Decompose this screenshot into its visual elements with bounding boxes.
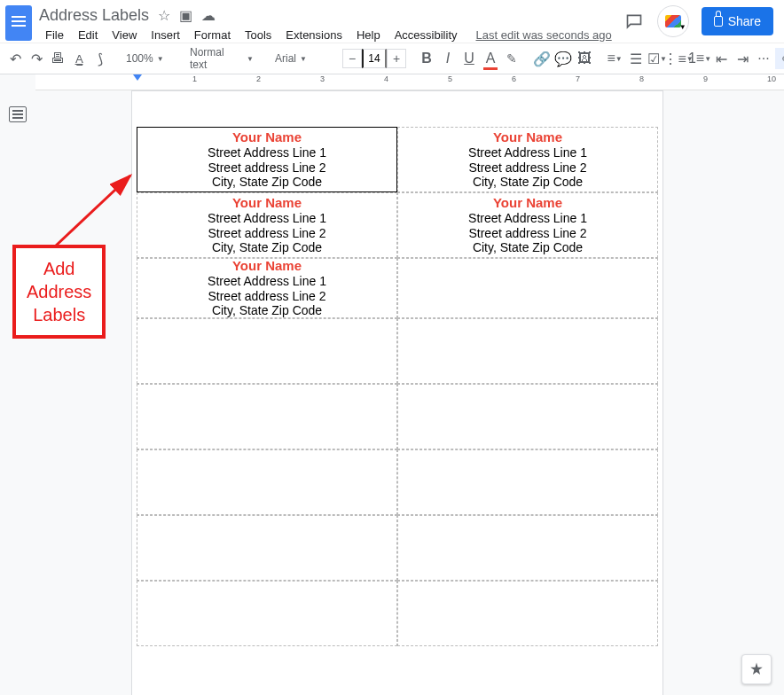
label-line: City, State Zip Code xyxy=(212,175,322,190)
comment-history-icon[interactable] xyxy=(623,11,645,32)
move-icon[interactable]: ▣ xyxy=(179,7,192,24)
address-label-cell[interactable]: Your NameStreet Address Line 1Street add… xyxy=(397,192,658,258)
docs-app-icon[interactable] xyxy=(5,5,32,41)
annotation-callout: Add Address Labels xyxy=(12,245,106,339)
document-page[interactable]: Your NameStreet Address Line 1Street add… xyxy=(131,90,663,695)
explore-button[interactable] xyxy=(741,654,772,684)
menu-format[interactable]: Format xyxy=(188,27,237,43)
address-label-cell[interactable] xyxy=(137,384,397,449)
label-line: Street Address Line 1 xyxy=(208,145,326,160)
font-size-decrease[interactable]: − xyxy=(342,49,362,68)
label-line: Street address Line 2 xyxy=(208,226,325,241)
share-button[interactable]: Share xyxy=(702,7,773,35)
label-line: City, State Zip Code xyxy=(212,240,322,255)
label-line: Street address Line 2 xyxy=(208,289,325,304)
menu-accessibility[interactable]: Accessibility xyxy=(388,27,464,43)
undo-icon[interactable]: ↶ xyxy=(5,48,25,69)
italic-button[interactable]: I xyxy=(438,48,458,69)
menu-edit[interactable]: Edit xyxy=(72,27,104,43)
label-name: Your Name xyxy=(232,195,302,211)
menu-tools[interactable]: Tools xyxy=(239,27,278,43)
label-line: Street Address Line 1 xyxy=(468,145,587,160)
label-line: City, State Zip Code xyxy=(473,240,583,255)
insert-link-icon[interactable]: 🔗 xyxy=(532,48,552,69)
redo-icon[interactable]: ↷ xyxy=(27,48,46,69)
label-line: Street Address Line 1 xyxy=(468,211,587,226)
font-select[interactable]: Arial▼ xyxy=(270,50,332,67)
address-label-cell[interactable]: Your NameStreet Address Line 1Street add… xyxy=(137,192,397,258)
bullet-list-icon[interactable]: ⋮≡▼ xyxy=(669,48,688,69)
horizontal-ruler[interactable]: 123456789101112131415161718192021 xyxy=(35,74,784,90)
label-name: Your Name xyxy=(232,258,302,274)
address-label-cell[interactable]: Your NameStreet Address Line 1Street add… xyxy=(397,127,658,192)
label-name: Your Name xyxy=(493,129,562,145)
print-icon[interactable]: 🖶 xyxy=(48,48,67,69)
text-color-button[interactable]: A xyxy=(481,48,500,69)
indent-marker-icon[interactable] xyxy=(133,74,142,82)
address-label-cell[interactable] xyxy=(397,384,658,449)
insert-comment-icon[interactable]: 💬 xyxy=(553,48,573,69)
label-line: Street Address Line 1 xyxy=(208,274,326,289)
last-edit-link[interactable]: Last edit was seconds ago xyxy=(476,28,612,42)
font-size-input[interactable] xyxy=(362,49,387,68)
cloud-status-icon[interactable]: ☁ xyxy=(201,7,216,24)
paint-format-icon[interactable]: ⟆ xyxy=(90,48,110,69)
address-label-cell[interactable]: Your NameStreet Address Line 1Street add… xyxy=(137,127,397,192)
label-line: Street address Line 2 xyxy=(208,160,325,176)
address-label-cell[interactable] xyxy=(137,449,397,515)
menu-view[interactable]: View xyxy=(106,27,143,43)
label-line: Street address Line 2 xyxy=(468,226,586,241)
address-label-cell[interactable] xyxy=(137,515,397,581)
highlight-button[interactable]: ✎ xyxy=(502,48,521,69)
address-label-cell[interactable] xyxy=(137,318,397,384)
label-line: City, State Zip Code xyxy=(473,175,583,190)
underline-button[interactable]: U xyxy=(459,48,479,69)
label-line: Street Address Line 1 xyxy=(208,211,326,226)
svg-marker-0 xyxy=(133,74,142,81)
label-name: Your Name xyxy=(232,129,302,145)
address-label-cell[interactable] xyxy=(397,449,658,515)
star-icon[interactable]: ☆ xyxy=(158,7,170,24)
address-label-cell[interactable] xyxy=(397,515,658,581)
align-button[interactable]: ≡▼ xyxy=(605,48,624,69)
meet-icon[interactable]: ▼ xyxy=(657,5,689,37)
document-outline-icon[interactable] xyxy=(9,106,27,122)
numbered-list-icon[interactable]: 1≡▼ xyxy=(690,48,710,69)
address-label-cell[interactable]: Your NameStreet Address Line 1Street add… xyxy=(137,258,397,318)
bold-button[interactable]: B xyxy=(417,48,436,69)
increase-indent-icon[interactable]: ⇥ xyxy=(733,48,752,69)
menu-file[interactable]: File xyxy=(39,27,70,43)
address-label-cell[interactable] xyxy=(137,581,397,646)
paragraph-style-select[interactable]: Normal text▼ xyxy=(184,43,259,74)
menu-help[interactable]: Help xyxy=(350,27,387,43)
address-label-cell[interactable] xyxy=(397,581,658,646)
line-spacing-icon[interactable]: ☰ xyxy=(626,48,646,69)
editing-mode-icon[interactable]: ✏▼ xyxy=(775,48,784,69)
document-title[interactable]: Address Labels xyxy=(39,6,149,25)
address-label-cell[interactable] xyxy=(397,258,658,318)
label-line: City, State Zip Code xyxy=(212,303,322,318)
menu-extensions[interactable]: Extensions xyxy=(279,27,349,43)
spellcheck-icon[interactable]: A̲ xyxy=(69,48,89,69)
zoom-select[interactable]: 100%▼ xyxy=(121,50,174,67)
label-name: Your Name xyxy=(493,195,562,211)
menu-insert[interactable]: Insert xyxy=(145,27,186,43)
label-line: Street address Line 2 xyxy=(468,160,586,176)
font-size-increase[interactable]: + xyxy=(387,49,406,68)
more-toolbar-icon[interactable]: ··· xyxy=(754,48,773,69)
insert-image-icon[interactable]: 🖼 xyxy=(575,48,594,69)
address-label-cell[interactable] xyxy=(397,318,658,384)
decrease-indent-icon[interactable]: ⇤ xyxy=(711,48,731,69)
lock-icon xyxy=(714,16,723,27)
